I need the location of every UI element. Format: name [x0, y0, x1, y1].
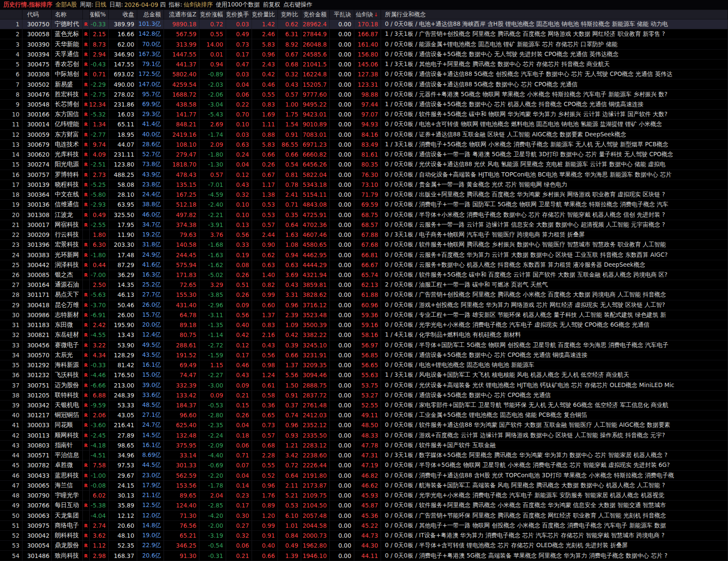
column-header-industry-concepts[interactable]: 所属行业和概念	[381, 10, 728, 19]
table-row[interactable]: 30300986志特新材R-6.9126.0015.7亿64.78-3.110.…	[0, 310, 728, 320]
table-row[interactable]: 16300757罗博特科R2.73488.2543.9亿478.430.570.…	[0, 170, 728, 180]
table-row[interactable]: 21300017网宿科技R-2.5517.9534.7亿374.38-3.910…	[0, 220, 728, 230]
column-header-auction-prev-ratio[interactable]: 竞昨比	[278, 10, 301, 19]
table-row[interactable]: 17300139晓程科技R-5.2558.0823.8亿135.15-7.010…	[0, 180, 728, 190]
table-row[interactable]: 12300059东方财富R-2.7718.9540.0亿2419.16-1.74…	[0, 130, 728, 140]
table-row[interactable]: 48300790宇瞳光学6.0230.1321.1亿89.652.040.231…	[0, 491, 728, 501]
cell-xianjianjue-value: 166.87	[354, 29, 381, 39]
cell-auction-change: 1.15	[199, 360, 226, 370]
table-row[interactable]: 13300679电连技术R9.7444.0728.6亿108.102.090.6…	[0, 140, 728, 150]
cell-close-price: 24.15	[109, 481, 137, 490]
period-value[interactable]: 日线	[95, 1, 106, 9]
table-row[interactable]: 24300383光环新网R-1.8017.4824.9亿244.45-1.630…	[0, 250, 728, 260]
column-header-auction-volume-ratio[interactable]: 竞价量比	[252, 10, 278, 19]
cell-industry-concepts: 0 / 0天0板 / 自动化设备+高端装备 HJT电池 TOPCon电池 BC电…	[381, 170, 728, 180]
column-header-auction-change[interactable]: 竞价涨幅	[199, 10, 226, 19]
table-row[interactable]: 7300502新易盛R-2.29490.00147.0亿4259.54-2.03…	[0, 79, 728, 89]
table-row[interactable]: 36301232飞沃科技R-4.46176.5015.0亿74.47-2.270…	[0, 370, 728, 380]
table-row[interactable]: 10300166东方国信R-5.3216.0329.3亿141.77-5.430…	[0, 110, 728, 120]
table-row[interactable]: 18300364中文在线R-5.8028.1024.4亿167.25-4.590…	[0, 190, 728, 200]
table-row[interactable]: 8300476胜宏科技R-2.75278.0295.7亿1688.72-2.06…	[0, 90, 728, 100]
column-header-row-index[interactable]	[0, 10, 22, 19]
column-header-stock-code[interactable]: 代码	[22, 10, 52, 19]
cell-total-amount: 79.1亿	[137, 60, 164, 69]
cell-row-index: 4	[0, 50, 22, 59]
cell-industry-concepts: 1 / 3天1板 / 风电设备+国防军工 大飞机 核电核能 风电 机器人概念 无…	[381, 370, 728, 380]
table-row[interactable]: 44300571平治信息-4.5134.968.69亿33.14-4.400.7…	[0, 451, 728, 460]
table-row[interactable]: 49300766每日互动R-5.3835.8912.5亿124.40-2.850…	[0, 501, 728, 511]
table-row[interactable]: 54301486致尚科技R2.98168.3720.6亿91.30-0.310.…	[0, 551, 728, 561]
adjust-mode[interactable]: 前复权	[263, 1, 280, 9]
cell-auction-prev-ratio: 0.91	[278, 391, 301, 400]
cell-total-amount: 49.5亿	[137, 340, 164, 350]
table-row[interactable]: 6300308中际旭创R0.71693.02172.5亿5802.40-0.89…	[0, 69, 728, 79]
column-header-auction-turnover[interactable]: 竞价换手	[226, 10, 252, 19]
table-row[interactable]: 29300418昆仑万维R-3.7050.4626.0亿431.40-2.960…	[0, 300, 728, 310]
table-row[interactable]: 38301205联特科技R6.88248.3933.6亿133.420.090.…	[0, 391, 728, 400]
table-row[interactable]: 27300164通源石油2.5014.3525.2亿72.653.290.510…	[0, 280, 728, 290]
table-row[interactable]: 39300342天银机电R-9.5953.3348.5亿184.37-0.530…	[0, 400, 728, 410]
table-row[interactable]: 14300620光库科技R4.09231.1152.7亿279.47-1.800…	[0, 150, 728, 160]
column-header-margin-flag[interactable]	[83, 10, 90, 19]
table-row[interactable]: 25300442润泽科技R0.4487.2941.6亿575.94-1.620.…	[0, 260, 728, 270]
column-header-pingluanjue-value[interactable]: 平乱诀	[330, 10, 354, 19]
weekday: 四	[160, 1, 166, 9]
table-row[interactable]: 33300456赛微电子R3.2253.9049.5亿288.61-2.720.…	[0, 340, 728, 350]
cell-auction-turnover: 0.04	[226, 160, 252, 169]
table-row[interactable]: 45300782卓胜微R7.5897.5344.5亿301.33-0.690.0…	[0, 460, 728, 470]
cell-close-price: 488.25	[109, 170, 137, 180]
cell-close-price: 62.00	[109, 39, 137, 49]
table-row[interactable]: 42300113顺网科技R-2.4527.8914.5亿132.48-2.240…	[0, 431, 728, 441]
table-row[interactable]: 35301292海科新源R-0.3381.4216.1亿69.491.150.4…	[0, 360, 728, 370]
cell-auction-volume-ratio: 1.20	[252, 511, 278, 520]
table-row[interactable]: 34300570太辰光R4.34128.2943.5亿191.52-1.590.…	[0, 350, 728, 360]
cell-pingluanjue-value: 0.00	[330, 370, 354, 380]
table-row[interactable]: 20301308江波龙R0.49325.5046.0亿497.82-2.210.…	[0, 210, 728, 220]
cell-margin-flag: R	[83, 420, 90, 430]
table-row[interactable]: 11300014亿纬锂能R1.3465.1141.4亿848.212.690.1…	[0, 120, 728, 129]
column-header-total-amount[interactable]: 总金额	[137, 10, 164, 19]
indicator-value[interactable]: 仙剑诀排序	[184, 1, 213, 9]
table-row[interactable]: 19300136信维通信R-2.9363.9538.8亿512.18-2.400…	[0, 200, 728, 210]
table-row[interactable]: 53300054鼎龙股份R1.1252.3522.9亿346.25-0.540.…	[0, 541, 728, 551]
cell-pingluanjue-value: 0.00	[330, 150, 354, 159]
column-header-stock-name[interactable]: 名称	[52, 10, 83, 19]
table-row[interactable]: 2300058蓝色光标R2.1516.66142.8亿567.590.550.4…	[0, 29, 728, 39]
table-row[interactable]: 40301217铜冠铜箔R2.0643.0527.1亿96.60-2.800.2…	[0, 410, 728, 420]
market-scope[interactable]: 全部A股	[55, 1, 77, 9]
cell-auction-volume-ratio: 1.42	[252, 19, 278, 29]
table-row[interactable]: 31301183东田微R2.42195.9020.0亿89.18-1.350.4…	[0, 320, 728, 330]
table-row[interactable]: 26300085银之杰R-7.0036.2916.3亿171.83-5.020.…	[0, 270, 728, 280]
date-value[interactable]: 2026-04-09	[124, 1, 158, 8]
table-row[interactable]: 5300475香农芯创R-0.43147.5579.1亿441.370.940.…	[0, 60, 728, 69]
table-row[interactable]: 15300274阳光电源R-2.51123.8073.8亿1818.70-1.3…	[0, 160, 728, 170]
table-row[interactable]: 1300750宁德时代R-0.33389.99101.3亿9890.180.72…	[0, 19, 728, 29]
cell-auction-amount: 16224.8	[301, 69, 330, 79]
table-row[interactable]: 37300751迈为股份R-6.66213.0039.0亿332.39-3.00…	[0, 380, 728, 390]
table-row[interactable]: 22300209行云科技1.8011.9019.2亿79.633.760.562…	[0, 230, 728, 240]
table-row[interactable]: 46300433蓝思科技R-1.0029.6723.0亿562.59-2.200…	[0, 471, 728, 481]
cell-auction-change: -1.30	[199, 160, 226, 169]
cell-total-amount: 23.0亿	[137, 471, 164, 480]
cell-close-price: 30.13	[109, 491, 137, 500]
table-row[interactable]: 51300975商络电子R2.7420.6014.8亿76.56-2.000.2…	[0, 521, 728, 531]
table-row[interactable]: 9300548长芯博创R12.34231.8669.9亿438.58-3.040…	[0, 100, 728, 110]
table-row[interactable]: 41300033同花顺R-3.60216.4124.7亿625.40-2.350…	[0, 420, 728, 430]
column-header-close-price[interactable]: 收盘	[109, 10, 137, 19]
column-header-auction-amount[interactable]: 竞价金额	[301, 10, 330, 19]
column-header-pct-change[interactable]: 涨幅%	[90, 10, 109, 19]
cell-stock-code: 300757	[22, 170, 52, 180]
table-row[interactable]: 3300390天华新能R8.7362.0070.0亿313.9914.000.7…	[0, 39, 728, 49]
table-row[interactable]: 52300042朗科科技R3.6248.1019.0亿65.21-3.190.3…	[0, 531, 728, 541]
cell-auction-turnover: 0.73	[226, 39, 252, 49]
table-row[interactable]: 43300803指南针R-4.1898.6516.1亿375.95-2.090.…	[0, 441, 728, 451]
table-row[interactable]: 32300821东岳硅材R-4.5513.4312.4亿80.75-1.140.…	[0, 330, 728, 340]
table-row[interactable]: 28301171易点天下R-5.6346.1327.7亿155.30-3.850…	[0, 290, 728, 300]
cell-stock-name: 宁德时代	[52, 19, 83, 29]
table-row[interactable]: 47300065海兰信R-0.0824.1517.9亿153.56-1.780.…	[0, 481, 728, 491]
table-row[interactable]: 23301396宏景科技R6.30203.3031.8亿140.58-1.680…	[0, 240, 728, 250]
table-row[interactable]: 50300063天龙集团-4.0412.1212.0亿71.30-4.200.3…	[0, 511, 728, 520]
column-header-xianjianjue-value[interactable]: 仙剑诀↓	[354, 10, 381, 19]
table-row[interactable]: 4300394天孚通信R2.94346.90167.3亿1447.550.010…	[0, 50, 728, 60]
column-header-float-market-cap[interactable]: 流通市值Z	[164, 10, 199, 19]
